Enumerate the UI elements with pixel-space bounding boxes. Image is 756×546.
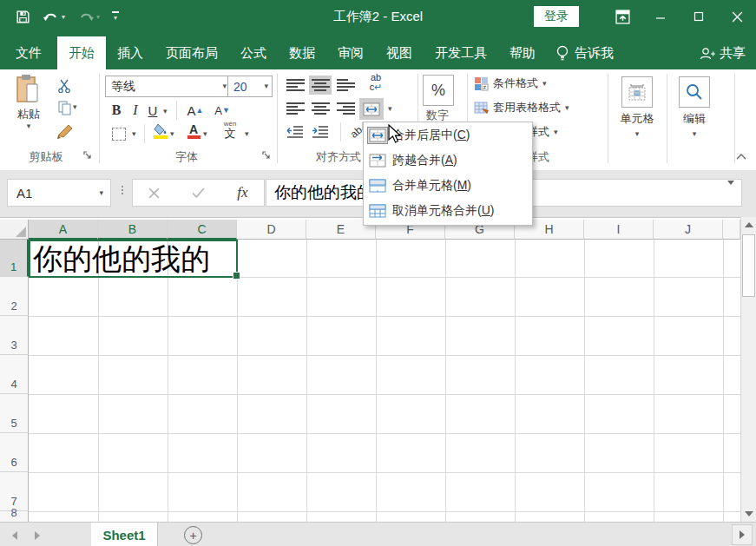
fill-handle[interactable] — [233, 272, 240, 280]
decrease-indent-icon — [286, 126, 304, 139]
font-size-combo[interactable]: 20 ▾ — [227, 76, 273, 97]
cancel-entry-icon[interactable] — [148, 187, 160, 199]
next-sheet-button[interactable] — [35, 531, 40, 540]
merge-center-button[interactable] — [359, 98, 384, 120]
tab-page-layout[interactable]: 页面布局 — [154, 36, 229, 69]
menu-item-merge-across[interactable]: 跨越合并(A) — [364, 148, 532, 173]
copy-icon — [58, 101, 72, 115]
tab-review[interactable]: 审阅 — [326, 36, 375, 69]
copy-caret-icon[interactable]: ▾ — [73, 103, 77, 111]
fill-color-caret-icon[interactable]: ▾ — [170, 130, 174, 138]
sheet-tab-sheet1[interactable]: Sheet1 — [91, 523, 158, 546]
active-cell-value[interactable]: 你的他的我的 — [33, 241, 210, 276]
expand-formula-bar-icon[interactable] — [727, 185, 734, 201]
row-header-6[interactable]: 6 — [0, 433, 29, 472]
column-header-c[interactable]: C — [168, 220, 237, 240]
tab-data[interactable]: 数据 — [278, 36, 326, 69]
underline-caret-icon[interactable]: ▾ — [163, 108, 168, 115]
name-box-caret-icon[interactable]: ▾ — [99, 189, 103, 197]
align-right-button[interactable] — [334, 99, 357, 118]
paste-button[interactable]: 粘贴 ▾ — [9, 74, 49, 148]
tab-insert[interactable]: 插入 — [106, 36, 154, 69]
underline-button[interactable]: U — [145, 101, 161, 120]
vertical-scrollbar[interactable] — [740, 217, 756, 522]
tell-me-box[interactable]: 告诉我 — [547, 36, 622, 69]
bottom-align-button[interactable] — [334, 76, 357, 95]
row-header-3[interactable]: 3 — [0, 316, 29, 355]
column-header-a[interactable]: A — [29, 220, 98, 240]
merge-across-menu-icon — [367, 152, 388, 169]
lightbulb-icon — [555, 44, 569, 62]
bold-button[interactable]: B — [108, 101, 125, 120]
menu-item-unmerge-cells[interactable]: 取消单元格合并(U) — [364, 198, 532, 223]
scroll-up-button[interactable] — [741, 217, 756, 233]
tab-developer[interactable]: 开发工具 — [424, 36, 498, 69]
percent-style-button[interactable]: % — [423, 75, 454, 106]
borders-button[interactable] — [108, 124, 130, 143]
format-painter-button[interactable] — [54, 122, 76, 141]
tab-formulas[interactable]: 公式 — [229, 36, 278, 69]
row-header-2[interactable]: 2 — [0, 277, 29, 316]
prev-sheet-button[interactable] — [12, 531, 17, 540]
column-header-j[interactable]: J — [654, 220, 723, 240]
top-align-button[interactable] — [284, 76, 306, 95]
scroll-down-button[interactable] — [741, 506, 756, 522]
ribbon-display-options-button[interactable] — [603, 0, 641, 33]
minimize-button[interactable] — [641, 0, 680, 33]
gridline — [306, 240, 307, 523]
increase-indent-button[interactable] — [309, 122, 332, 141]
font-dialog-launcher[interactable] — [262, 151, 272, 161]
tab-view[interactable]: 视图 — [375, 36, 424, 69]
collapse-ribbon-button[interactable] — [736, 153, 746, 161]
tab-help[interactable]: 帮助 — [498, 36, 547, 69]
row-header-5[interactable]: 5 — [0, 394, 29, 433]
cells-button[interactable]: 单元格 ▾ — [613, 76, 661, 138]
menu-item-merge-cells[interactable]: 合并单元格(M) — [364, 173, 532, 198]
fill-color-button[interactable] — [149, 122, 172, 141]
format-as-table-button[interactable]: 套用表格格式 ▾ — [474, 100, 569, 115]
middle-align-button[interactable] — [309, 76, 332, 95]
tab-home[interactable]: 开始 — [57, 36, 106, 69]
phonetic-caret-icon[interactable]: ▾ — [245, 130, 249, 138]
column-header-i[interactable]: I — [584, 220, 654, 240]
editing-button[interactable]: 编辑 ▾ — [670, 76, 719, 138]
share-person-icon — [699, 46, 715, 61]
namebox-splitter[interactable] — [122, 186, 123, 194]
maximize-button[interactable] — [680, 0, 718, 33]
borders-caret-icon[interactable]: ▾ — [132, 130, 136, 138]
column-header-b[interactable]: B — [98, 220, 168, 240]
decrease-indent-button[interactable] — [284, 122, 306, 141]
login-button[interactable]: 登录 — [534, 6, 579, 27]
vertical-scroll-thumb[interactable] — [742, 234, 755, 297]
row-header-4[interactable]: 4 — [0, 355, 29, 394]
column-header-d[interactable]: D — [237, 220, 306, 240]
hscroll-right-button[interactable] — [732, 524, 753, 545]
font-color-button[interactable]: A — [182, 122, 205, 141]
font-name-value: 等线 — [111, 79, 135, 95]
align-center-button[interactable] — [309, 99, 332, 118]
decrease-font-button[interactable]: A▼ — [211, 101, 233, 120]
font-name-caret-icon: ▾ — [222, 82, 227, 90]
font-name-combo[interactable]: 等线 ▾ — [105, 76, 231, 97]
collapse-ribbon-icon — [736, 153, 746, 161]
insert-function-button[interactable]: fx — [237, 184, 247, 201]
select-all-corner[interactable] — [0, 220, 29, 240]
wrap-text-button[interactable]: ab c↵ — [365, 73, 387, 92]
merge-caret-icon[interactable]: ▾ — [388, 105, 392, 113]
conditional-formatting-button[interactable]: ≠ 条件格式 ▾ — [474, 76, 547, 91]
share-button[interactable]: 共享 — [699, 36, 746, 69]
new-sheet-button[interactable]: + — [184, 526, 202, 544]
phonetic-guide-button[interactable]: wén 文 — [219, 120, 241, 139]
font-color-caret-icon[interactable]: ▾ — [203, 130, 207, 138]
increase-font-button[interactable]: A▲ — [184, 101, 207, 120]
cut-button[interactable] — [54, 76, 76, 95]
column-header-partial[interactable] — [723, 220, 740, 240]
align-left-button[interactable] — [284, 99, 306, 118]
name-box[interactable]: A1 ▾ — [7, 179, 111, 207]
confirm-entry-icon[interactable] — [192, 187, 205, 198]
row-header-1[interactable]: 1 — [0, 240, 29, 277]
close-button[interactable] — [718, 0, 756, 33]
italic-button[interactable]: I — [128, 101, 143, 120]
tab-file[interactable]: 文件 — [0, 36, 57, 69]
clipboard-dialog-launcher[interactable] — [83, 151, 93, 161]
